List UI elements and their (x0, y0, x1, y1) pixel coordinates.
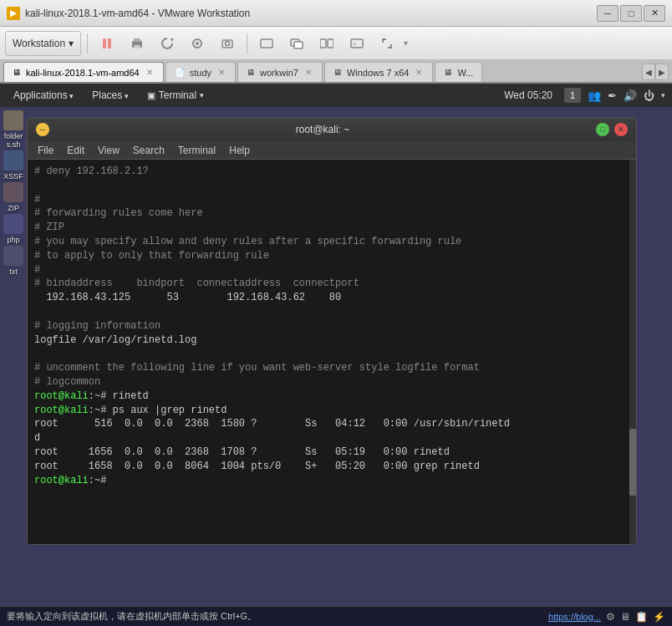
svg-marker-18 (388, 44, 392, 48)
terminal-menu-view[interactable]: View (91, 143, 126, 158)
terminal-menu-edit[interactable]: Edit (60, 143, 91, 158)
revert-icon (160, 37, 174, 50)
svg-point-7 (196, 42, 199, 45)
tab-label-kali: kali-linux-2018.1-vm-amd64 (26, 68, 140, 78)
desktop-icon-folder[interactable]: folders.sh (2, 110, 25, 149)
power-arrow-icon[interactable]: ▾ (661, 91, 665, 99)
statusbar-icon-4: ⚡ (653, 611, 665, 623)
statusbar-text: 要将输入定向到该虚拟机，请在虚拟机内部单击或按 Ctrl+G。 (7, 610, 548, 623)
tab-close-workwin7[interactable]: ✕ (303, 67, 313, 78)
tab-prev-button[interactable]: ◀ (642, 64, 655, 80)
console-button[interactable]: >_ (344, 31, 370, 56)
window-icon (260, 37, 273, 50)
desktop-icon-label-xss: XSSF (3, 172, 23, 181)
kali-terminal-menu[interactable]: ▣ Terminal (140, 88, 211, 103)
statusbar-icon-3: 📋 (635, 611, 648, 623)
tab-kali[interactable]: 🖥 kali-linux-2018.1-vm-amd64 ✕ (3, 62, 164, 82)
minimize-button[interactable]: ─ (597, 5, 619, 22)
twomonitor-icon (320, 37, 333, 50)
statusbar-icon-1: ⚙ (606, 611, 615, 623)
print-icon (130, 37, 144, 50)
statusbar: 要将输入定向到该虚拟机，请在虚拟机内部单击或按 Ctrl+G。 https://… (0, 606, 672, 626)
terminal-minimize-button[interactable]: ─ (36, 123, 49, 136)
tab-next-button[interactable]: ▶ (655, 64, 669, 80)
pause-icon (100, 37, 114, 50)
fit-icon (380, 37, 394, 50)
svg-marker-5 (171, 38, 174, 42)
tab-close-kali[interactable]: ✕ (145, 67, 155, 78)
tabs-bar: 🖥 kali-linux-2018.1-vm-amd64 ✕ 📄 study ✕… (0, 60, 672, 84)
tab-study[interactable]: 📄 study ✕ (165, 62, 236, 82)
terminal-menu-file[interactable]: File (31, 143, 60, 158)
workspace-badge[interactable]: 1 (564, 88, 581, 103)
tab-w[interactable]: 🖥 W... (435, 62, 482, 82)
tab-close-win7x64[interactable]: ✕ (414, 67, 424, 78)
terminal-menu-help[interactable]: Help (222, 143, 257, 158)
toolbar-icon-btn-1[interactable] (124, 31, 150, 56)
main-layout: ▶ kali-linux-2018.1-vm-amd64 - VMware Wo… (0, 0, 672, 626)
terminal-maximize-button[interactable]: □ (596, 123, 609, 136)
terminal-title: root@kali: ~ (49, 124, 596, 135)
kali-applications-menu[interactable]: Applications (7, 88, 80, 103)
title-bar: ▶ kali-linux-2018.1-vm-amd64 - VMware Wo… (0, 0, 672, 27)
people-icon: 👥 (588, 89, 601, 102)
svg-rect-14 (328, 39, 333, 48)
terminal-titlebar: ─ root@kali: ~ □ ✕ (28, 118, 636, 141)
snapshot2-icon (221, 37, 234, 50)
desktop-icon-php[interactable]: php (2, 214, 25, 244)
snapshot-icon (191, 37, 204, 50)
terminal-window: ─ root@kali: ~ □ ✕ File Edit View Search… (27, 117, 637, 545)
toolbar-icon-btn-3[interactable] (184, 31, 211, 56)
svg-rect-1 (108, 38, 111, 48)
window-mode-button-3[interactable] (313, 31, 340, 56)
desktop-icon-txt[interactable]: txt (2, 246, 25, 276)
dropdown-arrow[interactable]: ▾ (404, 38, 408, 48)
maximize-button[interactable]: □ (620, 5, 642, 22)
kali-places-menu[interactable]: Places (85, 88, 135, 103)
toolbar-separator-1 (87, 33, 88, 53)
tab-icon-study: 📄 (175, 68, 185, 77)
terminal-content[interactable]: # deny 192.168.2.1? # # forwarding rules… (28, 160, 636, 544)
tab-icon-kali: 🖥 (13, 68, 21, 77)
tab-icon-w: 🖥 (444, 68, 452, 77)
terminal-close-button[interactable]: ✕ (614, 123, 628, 136)
workstation-label: Workstation (13, 38, 65, 49)
svg-point-9 (226, 41, 230, 45)
toolbar: Workstation ▾ (0, 27, 672, 60)
fullscreen-icon (290, 37, 303, 50)
svg-rect-10 (261, 39, 272, 48)
pause-button[interactable] (94, 31, 120, 56)
desktop-icon-label-php: php (7, 236, 19, 244)
desktop-icon-xss[interactable]: XSSF (2, 150, 25, 181)
fit-button[interactable] (374, 31, 400, 56)
toolbar-icon-btn-4[interactable] (214, 31, 241, 56)
desktop-icon-zip[interactable]: ZIP (2, 182, 25, 212)
terminal-menu-terminal[interactable]: Terminal (171, 143, 222, 158)
tab-nav-buttons: ◀ ▶ (642, 64, 669, 80)
statusbar-link[interactable]: https://blog... (548, 612, 601, 622)
close-button[interactable]: ✕ (644, 5, 665, 22)
desktop-icons: folders.sh XSSF ZIP php txt (0, 107, 27, 279)
desktop-icon-label-folders: folders.sh (2, 132, 25, 149)
window-mode-button[interactable] (253, 31, 280, 56)
kali-topbar: Applications Places ▣ Terminal Wed 05:20… (0, 84, 672, 107)
vm-desktop[interactable]: Applications Places ▣ Terminal Wed 05:20… (0, 84, 672, 606)
window-title: kali-linux-2018.1-vm-amd64 - VMware Work… (25, 8, 597, 19)
tab-win7x64[interactable]: 🖥 Windows 7 x64 ✕ (324, 62, 434, 82)
terminal-menu-bar: File Edit View Search Terminal Help (28, 141, 636, 160)
tab-label-workwin7: workwin7 (260, 68, 298, 78)
power-icon[interactable]: ⏻ (644, 89, 654, 102)
window-mode-button-2[interactable] (283, 31, 310, 56)
workstation-menu-button[interactable]: Workstation ▾ (5, 31, 81, 56)
tab-workwin7[interactable]: 🖥 workwin7 ✕ (237, 62, 323, 82)
terminal-scrollbar-thumb[interactable] (629, 429, 636, 496)
statusbar-icon-2: 🖥 (620, 611, 630, 623)
tab-label-win7x64: Windows 7 x64 (347, 68, 410, 78)
toolbar-separator-2 (247, 33, 247, 53)
svg-marker-17 (382, 38, 386, 43)
toolbar-icon-btn-2[interactable] (154, 31, 181, 56)
svg-rect-13 (320, 39, 326, 48)
terminal-scrollbar[interactable] (629, 160, 636, 544)
tab-close-study[interactable]: ✕ (216, 67, 227, 78)
terminal-menu-search[interactable]: Search (126, 143, 171, 158)
